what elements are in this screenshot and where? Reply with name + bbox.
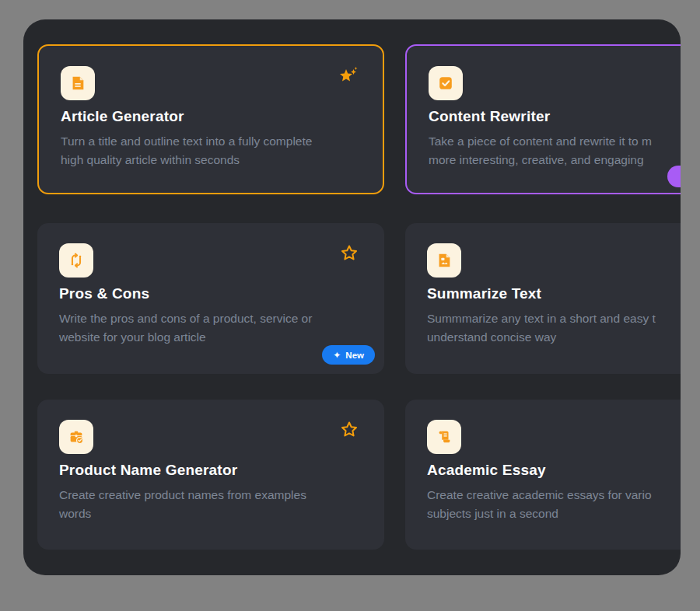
scroll-icon	[427, 420, 461, 454]
card-title: Summarize Text	[427, 285, 681, 303]
card-description: Write the pros and cons of a product, se…	[59, 309, 362, 347]
file-image-icon	[427, 243, 461, 278]
document-icon	[61, 66, 95, 100]
card-academic-essay[interactable]: Academic Essay Create creative academic …	[405, 400, 681, 550]
tools-panel: Article Generator Turn a title and outli…	[23, 19, 681, 575]
card-title: Pros & Cons	[59, 285, 362, 303]
card-title: Product Name Generator	[59, 461, 362, 480]
sparkle-icon: ✦	[333, 351, 341, 360]
card-description: Turn a title and outline text into a ful…	[61, 132, 361, 169]
card-description: Create creative academic essays for vari…	[427, 486, 681, 523]
swap-arrows-icon	[59, 243, 93, 278]
card-product-name-generator[interactable]: Product Name Generator Create creative p…	[37, 400, 384, 550]
card-pros-and-cons[interactable]: Pros & Cons Write the pros and cons of a…	[37, 223, 384, 374]
card-description: Take a piece of content and rewrite it t…	[429, 132, 681, 169]
favorite-star-outline-icon[interactable]	[339, 243, 361, 265]
card-title: Article Generator	[61, 107, 361, 126]
card-title: Academic Essay	[427, 461, 681, 480]
card-description: Create creative product names from examp…	[59, 486, 362, 523]
favorite-star-filled-icon[interactable]	[338, 66, 359, 88]
card-title: Content Rewriter	[429, 107, 681, 126]
new-badge-label: New	[345, 351, 364, 360]
new-badge: ✦ New	[322, 345, 375, 365]
package-check-icon	[59, 420, 93, 454]
purple-badge-clipped	[667, 166, 681, 187]
card-article-generator[interactable]: Article Generator Turn a title and outli…	[37, 44, 384, 194]
checkbox-icon	[429, 66, 463, 100]
card-summarize-text[interactable]: Summarize Text Summmarize any text in a …	[405, 223, 681, 374]
card-content-rewriter[interactable]: Content Rewriter Take a piece of content…	[405, 44, 681, 194]
card-description: Summmarize any text in a short and easy …	[427, 309, 681, 347]
favorite-star-outline-icon[interactable]	[339, 420, 361, 442]
